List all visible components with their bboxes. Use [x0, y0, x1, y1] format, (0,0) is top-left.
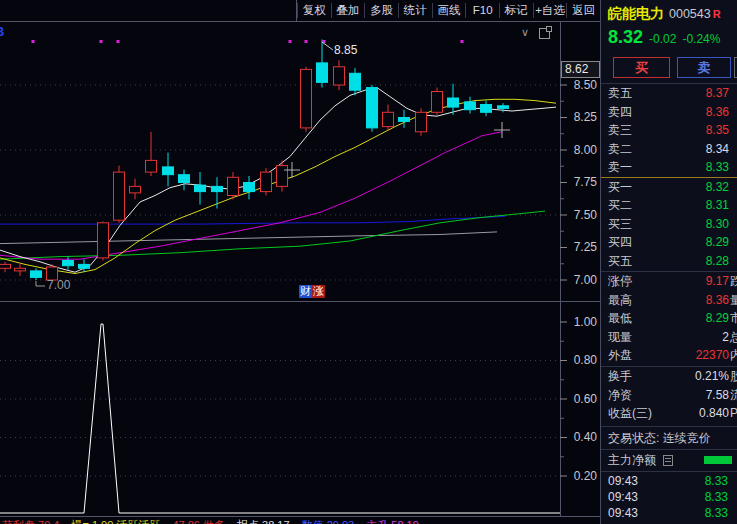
- tick-time: 09:43: [608, 505, 638, 521]
- stat-row: 收益(三)0.840P: [601, 404, 737, 423]
- price-axis-label: 7.00: [562, 273, 597, 287]
- tick-price: 8.33: [705, 505, 728, 521]
- restore-window-icon[interactable]: [539, 28, 550, 39]
- buy1-price: 8.32: [706, 178, 729, 197]
- indicator-axis-label: 0.20: [562, 469, 597, 483]
- stat-row: 现量2总: [601, 328, 737, 347]
- buy-button[interactable]: 买: [613, 57, 670, 78]
- price-axis-label: 7.25: [562, 240, 597, 254]
- tick-time: 09:43: [608, 473, 638, 489]
- badge-right: 涨: [312, 285, 325, 298]
- turnover-label: 换手: [608, 367, 632, 386]
- stat-row: 涨停9.17跌: [601, 272, 737, 291]
- stock-name: 皖能电力: [608, 5, 664, 21]
- sell1-label: 卖一: [608, 158, 632, 177]
- buy2-price: 8.31: [706, 196, 729, 215]
- tick-row: 09:438.33: [601, 473, 737, 489]
- stat-row: 最低8.29市: [601, 309, 737, 328]
- limit-up-label: 涨停: [608, 272, 632, 291]
- sell-level-row[interactable]: 卖一8.33: [601, 158, 737, 177]
- buy-level-row[interactable]: 买三8.30: [601, 215, 737, 234]
- price-axis-label: 7.50: [562, 208, 597, 222]
- buy-level-row[interactable]: 买五8.28: [601, 252, 737, 271]
- buy5-price: 8.28: [706, 252, 729, 271]
- quote-panel: 皖能电力000543R 8.32-0.02-0.24% 买 卖 卖五8.37 卖…: [600, 0, 737, 524]
- status-fragment: 获利盘 79.4: [2, 518, 59, 524]
- margin-tag: R: [713, 8, 721, 20]
- price-axis-label: 8.25: [562, 110, 597, 124]
- turnover-value: 0.21%: [695, 367, 729, 386]
- buy5-label: 买五: [608, 252, 632, 271]
- price-change: -0.02: [649, 32, 676, 46]
- sell5-label: 卖五: [608, 84, 632, 103]
- buy1-label: 买一: [608, 178, 632, 197]
- indicator-status-bar: 获利盘 79.4 慢= 1.00 活跃活跃 47.86 做多 拐点 38.17 …: [0, 518, 600, 524]
- low-price-annotation: 7.00: [47, 278, 70, 292]
- chevron-down-icon[interactable]: ∨: [521, 26, 529, 39]
- main-force-row[interactable]: 主力净额: [601, 451, 737, 470]
- sell2-price: 8.34: [706, 140, 729, 159]
- low-value: 8.29: [706, 309, 729, 328]
- price-axis-label: 7.75: [562, 175, 597, 189]
- kline-chart[interactable]: [0, 0, 600, 524]
- status-fragment: 拐点 38.17: [237, 518, 290, 524]
- buy-level-row[interactable]: 买一8.32: [601, 178, 737, 197]
- main-force-bar: [704, 456, 732, 464]
- price-row: 8.32-0.02-0.24%: [608, 27, 720, 48]
- indicator-axis-label: 0.40: [562, 430, 597, 444]
- buy-level-row[interactable]: 买二8.31: [601, 196, 737, 215]
- sell-button[interactable]: 卖: [677, 57, 731, 78]
- corner-indicator-char: B: [0, 24, 4, 39]
- sell-level-row[interactable]: 卖四8.36: [601, 103, 737, 122]
- sell3-price: 8.35: [706, 121, 729, 140]
- tick-price: 8.33: [705, 489, 728, 505]
- stock-title: 皖能电力000543R: [608, 5, 721, 23]
- stock-app-window: 复权 叠加 多股 统计 画线 F10 标记 +自选 返回 8.62 8.50 8…: [0, 0, 737, 524]
- trade-status-row: 交易状态: 连续竞价: [601, 429, 737, 448]
- high-label: 最高: [608, 291, 632, 310]
- buy3-price: 8.30: [706, 215, 729, 234]
- limit-up-value: 9.17: [706, 272, 729, 291]
- sell-level-row[interactable]: 卖五8.37: [601, 84, 737, 103]
- status-fragment: 慢= 1.00 活跃活跃: [71, 518, 160, 524]
- status-fragment: 数值 29.03: [302, 518, 355, 524]
- indicator-axis-label: 0.60: [562, 392, 597, 406]
- net-asset-label: 净资: [608, 386, 632, 405]
- stat-row: 换手0.21%股: [601, 367, 737, 386]
- indicator-axis-label: 0.80: [562, 353, 597, 367]
- price-axis-label: 8.00: [562, 143, 597, 157]
- price-change-pct: -0.24%: [682, 32, 720, 46]
- net-asset-value: 7.58: [706, 386, 729, 405]
- status-fragment: 47.86 做多: [172, 518, 225, 524]
- main-force-label: 主力净额: [608, 451, 656, 470]
- sell-level-row[interactable]: 卖二8.34: [601, 140, 737, 159]
- sell5-price: 8.37: [706, 84, 729, 103]
- price-axis-label: 8.50: [562, 78, 597, 92]
- tick-row: 09:438.33: [601, 505, 737, 521]
- tick-row: 09:438.33: [601, 489, 737, 505]
- trade-status: 交易状态: 连续竞价: [608, 429, 711, 448]
- high-value: 8.36: [706, 291, 729, 310]
- tick-price: 8.33: [705, 473, 728, 489]
- list-icon: [663, 455, 673, 466]
- buy4-label: 买四: [608, 233, 632, 252]
- stat-row: 最高8.36量: [601, 291, 737, 310]
- sell1-price: 8.33: [706, 158, 729, 177]
- cur-vol-value: 2: [722, 328, 729, 347]
- sell3-label: 卖三: [608, 121, 632, 140]
- buy2-label: 买二: [608, 196, 632, 215]
- badge-left: 财: [299, 285, 312, 298]
- low-label: 最低: [608, 309, 632, 328]
- buy4-price: 8.29: [706, 233, 729, 252]
- indicator-badge: 财 涨: [299, 285, 325, 298]
- sell2-label: 卖二: [608, 140, 632, 159]
- buy3-label: 买三: [608, 215, 632, 234]
- eps-label: 收益(三): [608, 404, 652, 423]
- buy-level-row[interactable]: 买四8.29: [601, 233, 737, 252]
- sell4-price: 8.36: [706, 103, 729, 122]
- stock-code: 000543: [669, 7, 711, 21]
- tick-time: 09:43: [608, 489, 638, 505]
- outer-vol-label: 外盘: [608, 346, 632, 365]
- sell-level-row[interactable]: 卖三8.35: [601, 121, 737, 140]
- indicator-axis-label: 1.00: [562, 315, 597, 329]
